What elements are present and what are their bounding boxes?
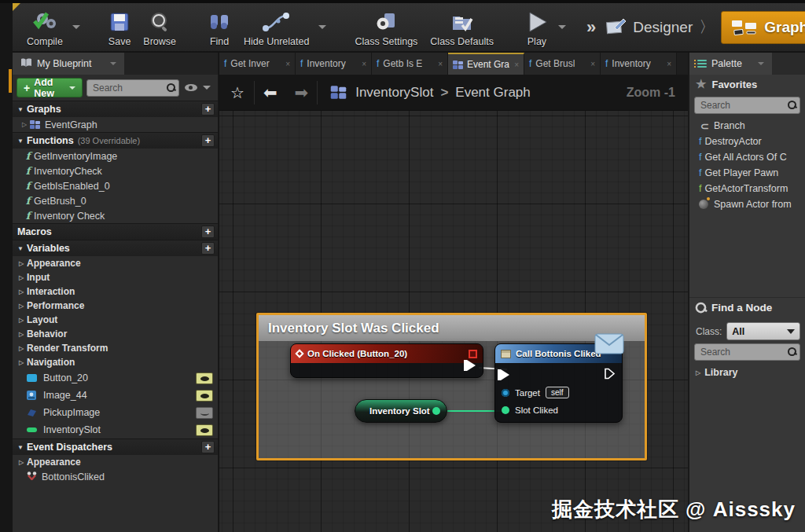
palette-item[interactable]: fGet Player Pawn [689, 165, 805, 181]
exec-input-pin[interactable] [501, 369, 509, 380]
list-item-eventgraph[interactable]: ▷ EventGraph [13, 117, 218, 132]
graph-mode-button[interactable]: Graph [721, 11, 805, 44]
list-item-function[interactable]: fInventory Check [13, 208, 218, 223]
compile-dropdown-caret[interactable] [72, 25, 80, 29]
tab-close-icon[interactable]: × [590, 60, 595, 68]
visibility-eye-toggle[interactable] [196, 372, 213, 384]
palette-tab[interactable]: Palette [689, 53, 772, 75]
palette-item[interactable]: fGetActorTransform [689, 181, 805, 196]
find-button[interactable]: Find [201, 3, 237, 51]
play-icon [525, 10, 549, 34]
variable-category[interactable]: ▷Behavior [13, 327, 218, 341]
add-graph-button[interactable]: + [201, 103, 215, 116]
graphs-section-header[interactable]: ▼ Graphs + [13, 101, 218, 117]
class-settings-button[interactable]: Class Settings [348, 3, 424, 51]
variable-category[interactable]: ▷Layout [13, 313, 218, 327]
variable-row-button20[interactable]: Button_20 [13, 369, 218, 387]
visibility-eye-toggle[interactable] [196, 407, 213, 419]
chevron-down-icon [787, 329, 795, 334]
tab-close-icon[interactable]: × [667, 60, 671, 68]
tab-close-icon[interactable]: × [362, 60, 366, 68]
designer-mode-button[interactable]: Designer [604, 17, 693, 38]
variable-category[interactable]: ▷Performance [13, 299, 218, 313]
tab-options-caret[interactable] [110, 62, 116, 65]
graph-canvas[interactable]: Inventory Slot Was Clicked On Clicked (B… [219, 111, 688, 532]
doc-tab-active[interactable]: Event Gra× [448, 53, 524, 75]
visibility-filter-button[interactable] [185, 84, 214, 91]
inventory-slot-getter-node[interactable]: Inventory Slot [355, 399, 447, 423]
comment-title[interactable]: Inventory Slot Was Clicked [259, 315, 645, 341]
play-dropdown-caret[interactable] [558, 25, 566, 29]
list-item-function[interactable]: fGetInventoryImage [13, 149, 218, 163]
add-variable-button[interactable]: + [201, 242, 215, 255]
play-button[interactable]: Play [519, 3, 555, 51]
nav-back-button[interactable]: ⬅ [263, 83, 278, 102]
breadcrumb-leaf[interactable]: Event Graph [455, 85, 530, 101]
find-node-search-input[interactable] [694, 343, 800, 361]
visibility-eye-toggle[interactable] [196, 390, 213, 402]
exec-output-pin[interactable] [604, 368, 616, 383]
variable-category[interactable]: ▷Appearance [13, 256, 218, 270]
tab-close-icon[interactable]: × [285, 60, 290, 68]
exec-output-pin[interactable] [467, 360, 476, 371]
list-item-function[interactable]: fGetBrush_0 [13, 193, 218, 208]
add-function-button[interactable]: + [201, 134, 215, 147]
getter-output-pin[interactable] [432, 407, 440, 415]
palette-item[interactable]: fGet All Actors Of C [689, 149, 805, 165]
variable-row-pickupimage[interactable]: PickupImage [13, 404, 218, 421]
list-item-function[interactable]: fGetbIsEnabled_0 [13, 178, 218, 193]
doc-tab[interactable]: fInventory× [296, 53, 372, 75]
event-dispatchers-section-header[interactable]: ▼ Event Dispatchers + [13, 438, 218, 455]
variable-row-inventoryslot[interactable]: InventorySlot [13, 421, 218, 438]
variable-category[interactable]: ▷Input [13, 270, 218, 284]
nav-forward-button[interactable]: ➡ [295, 83, 309, 102]
favorites-header[interactable]: ★ Favorites [689, 75, 805, 94]
variable-category[interactable]: ▷Navigation [13, 355, 218, 369]
class-defaults-button[interactable]: Class Defaults [424, 3, 500, 51]
collapse-arrow-icon: ▼ [17, 106, 24, 113]
on-clicked-event-node[interactable]: On Clicked (Button_20) [290, 343, 483, 378]
add-dispatcher-button[interactable]: + [201, 441, 215, 453]
compile-button[interactable]: Compile [20, 3, 69, 51]
macros-section-header[interactable]: Macros + [13, 223, 218, 240]
bookmark-star-icon[interactable]: ☆ [230, 83, 244, 102]
variable-row-image44[interactable]: Image_44 [13, 387, 218, 404]
class-filter-dropdown[interactable]: All [726, 322, 800, 340]
hide-unrelated-button[interactable]: Hide Unrelated [237, 3, 315, 51]
toolbar-overflow-chevrons[interactable]: » [586, 17, 594, 38]
functions-section-header[interactable]: ▼ Functions (39 Overridable) + [13, 132, 218, 149]
graph-icon [731, 19, 758, 36]
list-item-dispatcher[interactable]: BottonisCliked [13, 469, 218, 484]
target-self-value[interactable]: self [546, 387, 569, 398]
add-new-button[interactable]: + Add New [17, 78, 83, 97]
slot-clicked-pin[interactable] [502, 406, 509, 414]
visibility-eye-toggle[interactable] [196, 424, 213, 436]
watermark-text: 掘金技术社区 @ Aisssky [552, 496, 796, 523]
function-icon: f [22, 195, 34, 207]
my-blueprint-tab[interactable]: My Blueprint [13, 53, 124, 75]
browse-button[interactable]: Browse [137, 3, 182, 51]
add-macro-button[interactable]: + [201, 226, 215, 238]
save-button[interactable]: Save [102, 3, 138, 51]
palette-item-branch[interactable]: ⊂Branch [689, 118, 805, 134]
tab-close-icon[interactable]: × [514, 61, 519, 69]
palette-search-input[interactable] [694, 97, 800, 114]
library-section[interactable]: ▷ Library [689, 365, 805, 380]
doc-tab[interactable]: fGet Inver× [219, 53, 296, 75]
variable-category[interactable]: ▷Render Transform [13, 341, 218, 355]
doc-tab[interactable]: fGet Brusl× [524, 53, 601, 75]
palette-item[interactable]: fDestroyActor [689, 134, 805, 149]
breadcrumb-root[interactable]: InventorySlot [355, 85, 433, 101]
doc-tab[interactable]: fGetb Is E× [372, 53, 448, 75]
tab-options-caret[interactable] [758, 62, 764, 65]
doc-tab[interactable]: fInventory× [601, 53, 677, 75]
list-item-function[interactable]: fInventoryCheck [13, 163, 218, 178]
palette-item-spawn[interactable]: Spawn Actor from [689, 196, 805, 212]
target-pin[interactable] [502, 389, 509, 397]
variables-section-header[interactable]: ▼ Variables + [13, 240, 218, 256]
variable-category[interactable]: ▷Interaction [13, 284, 218, 299]
dispatcher-category[interactable]: ▷Appearance [13, 455, 218, 469]
tab-close-icon[interactable]: × [438, 60, 443, 68]
expand-arrow-icon: ▷ [19, 274, 27, 281]
hide-unrelated-caret[interactable] [318, 25, 326, 29]
